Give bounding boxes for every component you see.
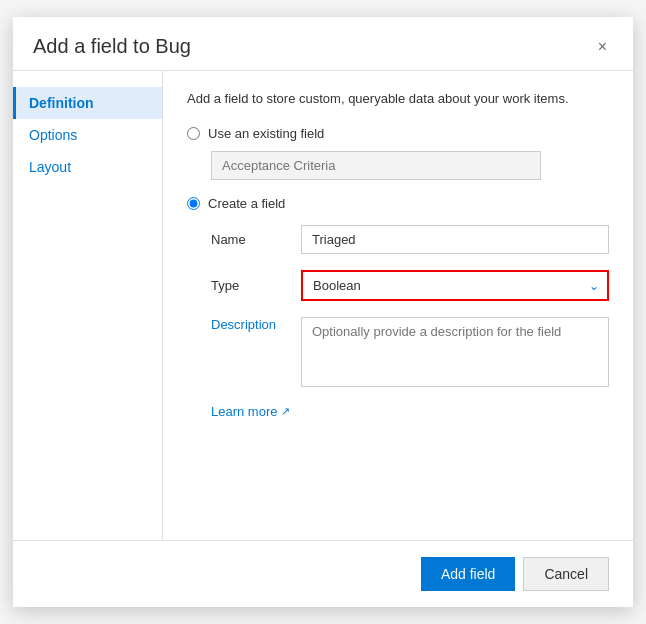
create-field-option: Create a field: [187, 196, 609, 211]
sidebar-item-layout[interactable]: Layout: [13, 151, 162, 183]
use-existing-option: Use an existing field: [187, 126, 609, 141]
sidebar-item-options[interactable]: Options: [13, 119, 162, 151]
dialog-footer: Add field Cancel: [13, 540, 633, 607]
add-field-button[interactable]: Add field: [421, 557, 515, 591]
existing-field-input-wrapper: [211, 151, 609, 180]
create-field-label[interactable]: Create a field: [208, 196, 285, 211]
name-row: Name: [211, 225, 609, 254]
dialog-body: Definition Options Layout Add a field to…: [13, 71, 633, 540]
external-link-icon: ↗: [281, 405, 290, 418]
type-row: Type Boolean DateTime Double History HTM…: [211, 270, 609, 301]
dialog-header: Add a field to Bug ×: [13, 17, 633, 71]
description-text: Add a field to store custom, queryable d…: [187, 91, 609, 106]
close-button[interactable]: ×: [592, 37, 613, 57]
cancel-button[interactable]: Cancel: [523, 557, 609, 591]
add-field-dialog: Add a field to Bug × Definition Options …: [13, 17, 633, 607]
dialog-title: Add a field to Bug: [33, 35, 191, 58]
name-input[interactable]: [301, 225, 609, 254]
main-content: Add a field to store custom, queryable d…: [163, 71, 633, 540]
learn-more-text: Learn more: [211, 404, 277, 419]
use-existing-label[interactable]: Use an existing field: [208, 126, 324, 141]
description-label: Description: [211, 317, 301, 332]
create-field-radio[interactable]: [187, 197, 200, 210]
radio-group: Use an existing field Create a field Nam…: [187, 126, 609, 387]
use-existing-radio[interactable]: [187, 127, 200, 140]
sidebar: Definition Options Layout: [13, 71, 163, 540]
existing-field-input[interactable]: [211, 151, 541, 180]
description-row: Description: [211, 317, 609, 387]
learn-more-link[interactable]: Learn more ↗: [211, 404, 290, 419]
learn-more-section: Learn more ↗: [211, 403, 609, 419]
sidebar-item-definition[interactable]: Definition: [13, 87, 162, 119]
type-label: Type: [211, 278, 301, 293]
description-textarea[interactable]: [301, 317, 609, 387]
name-label: Name: [211, 232, 301, 247]
type-select-wrapper: Boolean DateTime Double History HTML Ide…: [301, 270, 609, 301]
type-select[interactable]: Boolean DateTime Double History HTML Ide…: [301, 270, 609, 301]
